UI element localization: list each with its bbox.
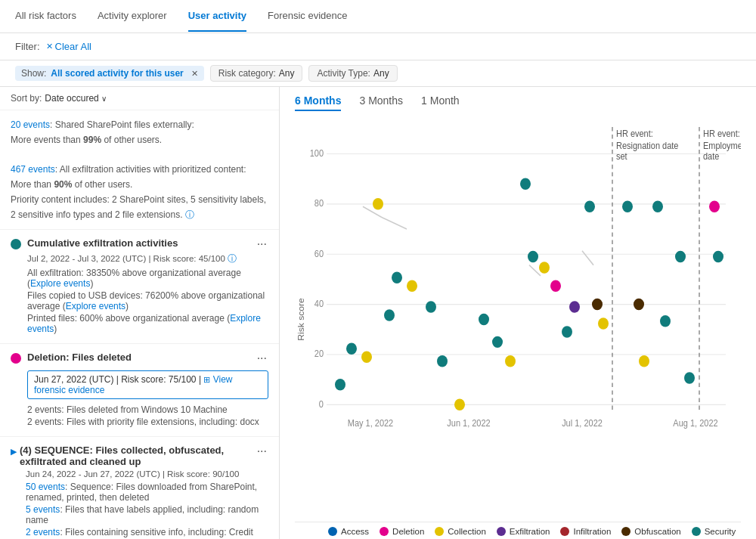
dot-14[interactable] (520, 178, 531, 190)
dot-4[interactable] (373, 198, 383, 209)
sort-chevron-icon: ∨ (101, 94, 107, 103)
dot-26[interactable] (652, 200, 663, 212)
info-text-1: : Shared SharePoint files externally: (50, 119, 194, 130)
sequence-chevron-icon[interactable]: ▶ (11, 447, 17, 457)
right-panel: 6 Months 3 Months 1 Month Risk score 100… (280, 87, 756, 539)
hr-label-1b: Resignation date (616, 141, 678, 150)
top-nav: All risk factors Activity explorer User … (0, 0, 756, 33)
dot-21[interactable] (592, 299, 603, 310)
sort-bar: Sort by: Date occured ∨ (0, 87, 279, 110)
dot-10[interactable] (454, 399, 465, 410)
svg-line-9 (582, 251, 593, 265)
show-pill-x[interactable]: ✕ (191, 69, 198, 79)
nav-all-risk[interactable]: All risk factors (15, 1, 76, 32)
x-icon: ✕ (46, 42, 53, 51)
dot-6[interactable] (407, 280, 417, 292)
dot-8[interactable] (426, 301, 436, 312)
legend-label-infiltration: Infiltration (573, 527, 611, 536)
sequence-menu-button[interactable]: ··· (256, 445, 268, 458)
info-detail-2: Priority content includes: 2 SharePoint … (11, 194, 266, 220)
dot-17[interactable] (550, 280, 561, 292)
sequence-detail-2: 5 events: Files that have labels applied… (26, 504, 268, 525)
dot-28[interactable] (675, 251, 686, 262)
dot-9[interactable] (437, 355, 448, 367)
hr-label-1a: HR event: (616, 129, 653, 139)
dot-11[interactable] (479, 314, 489, 325)
filter-bar: Filter: ✕ Clear All (0, 33, 756, 60)
dot-18[interactable] (562, 326, 572, 337)
dot-25[interactable] (639, 355, 649, 367)
dot-2[interactable] (361, 352, 372, 363)
dot-19[interactable] (569, 301, 580, 312)
cumulative-detail-3: Printed files: 600% above organizational… (27, 313, 268, 334)
dot-30[interactable] (709, 200, 720, 212)
deletion-detail-2: 2 events: Files with priority file exten… (27, 417, 268, 427)
legend-label-exfiltration: Exfiltration (510, 527, 550, 536)
seq-events-2[interactable]: 2 events (26, 527, 60, 537)
hr-label-2c: date (703, 152, 719, 162)
activity-pill-value: Any (373, 68, 389, 79)
legend-dot-infiltration (560, 527, 569, 536)
dot-22[interactable] (598, 318, 609, 329)
legend: Access Deletion Collection Exfiltration … (295, 522, 741, 539)
dot-1[interactable] (346, 342, 357, 354)
dot-24[interactable] (634, 299, 644, 310)
dot-15[interactable] (528, 251, 538, 262)
sort-field-text: Date occured (45, 93, 98, 104)
seq-events-50[interactable]: 50 events (26, 482, 65, 492)
tab-1month[interactable]: 1 Month (421, 94, 460, 111)
legend-label-collection: Collection (448, 527, 486, 536)
hr-label-1c: set (616, 152, 627, 162)
legend-dot-obfuscation (621, 527, 631, 536)
legend-exfiltration: Exfiltration (497, 527, 550, 536)
svg-line-8 (529, 265, 541, 276)
dot-23[interactable] (622, 200, 633, 212)
cumulative-menu-button[interactable]: ··· (256, 237, 268, 251)
nav-user-activity[interactable]: User activity (188, 1, 246, 32)
forensic-icon: ⊞ (203, 375, 210, 384)
x-label-jun: Jun 1, 2022 (447, 419, 490, 429)
deletion-menu-button[interactable]: ··· (256, 352, 268, 365)
dot-29[interactable] (684, 372, 695, 383)
show-pill[interactable]: Show: All scored activity for this user … (15, 66, 204, 81)
activity-pill-key: Activity Type: (317, 68, 370, 79)
cumulative-meta: Jul 2, 2022 - Jul 3, 2022 (UTC) | Risk s… (27, 253, 268, 265)
nav-forensic-evidence[interactable]: Forensic evidence (268, 1, 348, 32)
cumulative-title: Cumulative exfiltration activities (27, 237, 249, 249)
nav-activity-explorer[interactable]: Activity explorer (98, 1, 167, 32)
activity-sequence: ▶ (4) SEQUENCE: Files collected, obfusca… (0, 437, 279, 539)
dot-13[interactable] (505, 355, 516, 367)
dot-20[interactable] (584, 200, 595, 212)
legend-collection: Collection (435, 527, 486, 536)
risk-pill[interactable]: Risk category: Any (210, 65, 303, 82)
risk-pill-key: Risk category: (218, 68, 276, 79)
sort-field-button[interactable]: Date occured ∨ (45, 93, 106, 104)
deletion-title: Deletion: Files deleted (27, 352, 249, 363)
legend-dot-collection (435, 527, 444, 536)
explore-events-1[interactable]: Explore events (30, 278, 90, 289)
tab-6months[interactable]: 6 Months (295, 94, 341, 111)
dot-3[interactable] (335, 379, 345, 390)
deletion-dot (11, 353, 21, 364)
explore-events-2[interactable]: Explore events (66, 301, 125, 311)
dot-12[interactable] (492, 336, 503, 348)
legend-access: Access (328, 527, 369, 536)
seq-events-5[interactable]: 5 events (26, 504, 60, 515)
filter-pills: Show: All scored activity for this user … (0, 60, 756, 87)
dot-27[interactable] (660, 315, 671, 327)
clear-all-button[interactable]: ✕ Clear All (46, 41, 91, 52)
events-467-link[interactable]: 467 events (11, 164, 55, 175)
dot-5[interactable] (392, 271, 402, 283)
x-label-may: May 1, 2022 (348, 419, 393, 429)
dot-7[interactable] (384, 309, 395, 321)
cumulative-dot (11, 239, 21, 249)
activity-pill[interactable]: Activity Type: Any (308, 65, 397, 82)
events-20-link[interactable]: 20 events (11, 119, 50, 130)
x-label-aug: Aug 1, 2022 (673, 419, 717, 429)
explore-events-3[interactable]: Explore events (27, 313, 261, 334)
dot-16[interactable] (539, 262, 550, 273)
tab-3months[interactable]: 3 Months (359, 94, 403, 111)
y-tick-60: 60 (314, 249, 324, 259)
show-pill-value: All scored activity for this user (51, 68, 183, 79)
dot-31[interactable] (713, 251, 723, 262)
